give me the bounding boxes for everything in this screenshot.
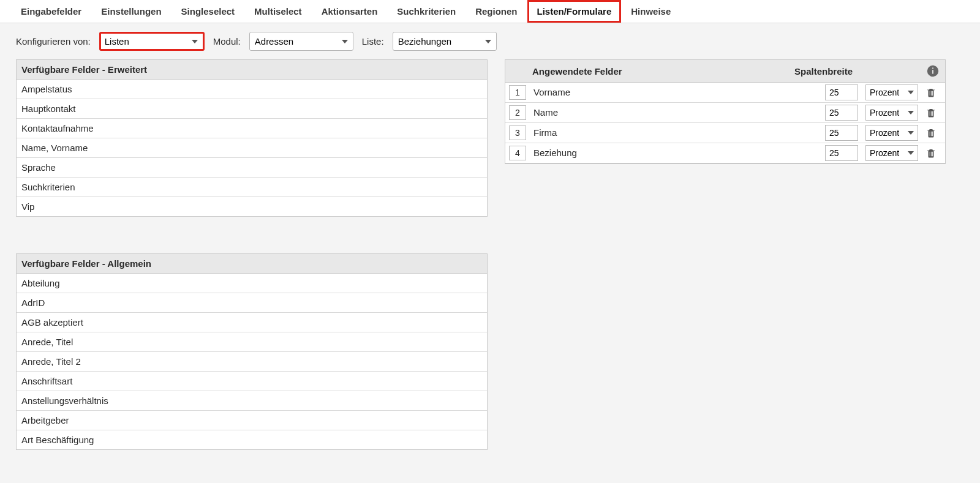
order-box[interactable]: 2 (509, 105, 526, 120)
tab-listenformulare[interactable]: Listen/Formulare (527, 0, 622, 23)
applied-field-name: Beziehung (532, 145, 821, 161)
tab-hinweise[interactable]: Hinweise (621, 0, 680, 23)
panel-allgemein: Verfügbare Felder - Allgemein AbteilungA… (16, 253, 488, 450)
right-column: Angewendete Felder Spaltenbreite 1Vornam… (505, 59, 946, 164)
list-select[interactable]: Beziehungen (393, 32, 497, 51)
applied-field-name: Firma (532, 125, 821, 141)
trash-icon[interactable] (924, 126, 938, 140)
tabs-bar: EingabefelderEinstellungenSingleselectMu… (0, 0, 980, 23)
module-select[interactable]: Adressen (249, 32, 353, 51)
applied-header: Angewendete Felder Spaltenbreite (505, 60, 945, 83)
tab-einstellungen[interactable]: Einstellungen (91, 0, 171, 23)
svg-rect-2 (932, 68, 933, 69)
unit-select[interactable]: Prozent (865, 105, 918, 121)
applied-row: 4BeziehungProzent (505, 143, 945, 163)
tab-regionen[interactable]: Regionen (466, 0, 527, 23)
unit-select[interactable]: Prozent (865, 84, 918, 100)
configure-select[interactable]: Listen (99, 32, 205, 51)
available-field-row[interactable]: Anstellungsverhältnis (17, 391, 487, 411)
applied-header-name: Angewendete Felder (532, 66, 791, 77)
available-field-row[interactable]: Arbeitgeber (17, 411, 487, 430)
configure-label: Konfigurieren von: (16, 36, 91, 47)
order-box[interactable]: 4 (509, 146, 526, 160)
config-bar: Konfigurieren von: Listen Modul: Adresse… (0, 23, 980, 59)
trash-icon[interactable] (924, 146, 938, 160)
available-field-row[interactable]: Vip (17, 197, 487, 216)
panel-allgemein-header: Verfügbare Felder - Allgemein (17, 254, 487, 274)
applied-row: 1VornameProzent (505, 83, 945, 103)
available-field-row[interactable]: Ampelstatus (17, 80, 487, 99)
tab-aktionsarten[interactable]: Aktionsarten (312, 0, 388, 23)
applied-row: 3FirmaProzent (505, 123, 945, 143)
available-field-row[interactable]: Sprache (17, 158, 487, 178)
width-input[interactable] (825, 84, 858, 100)
applied-panel: Angewendete Felder Spaltenbreite 1Vornam… (505, 59, 946, 164)
tab-eingabefelder[interactable]: Eingabefelder (11, 0, 91, 23)
content: Verfügbare Felder - Erweitert Ampelstatu… (0, 59, 980, 462)
applied-field-name: Vorname (532, 84, 821, 100)
list-label: Liste: (362, 36, 384, 47)
width-input[interactable] (825, 125, 858, 141)
module-label: Modul: (213, 36, 241, 47)
panel-erweitert: Verfügbare Felder - Erweitert Ampelstatu… (16, 59, 488, 217)
left-column: Verfügbare Felder - Erweitert Ampelstatu… (16, 59, 488, 450)
available-field-row[interactable]: Anrede, Titel (17, 332, 487, 352)
order-box[interactable]: 3 (509, 125, 526, 140)
unit-select[interactable]: Prozent (865, 145, 918, 161)
trash-icon[interactable] (924, 106, 938, 119)
available-field-row[interactable]: Anrede, Titel 2 (17, 352, 487, 372)
available-field-row[interactable]: Name, Vorname (17, 138, 487, 158)
available-field-row[interactable]: AdrID (17, 293, 487, 313)
available-field-row[interactable]: Anschriftsart (17, 372, 487, 391)
available-field-row[interactable]: Abteilung (17, 274, 487, 293)
applied-row: 2NameProzent (505, 103, 945, 123)
available-field-row[interactable]: AGB akzeptiert (17, 313, 487, 332)
available-field-row[interactable]: Art Beschäftigung (17, 430, 487, 449)
applied-field-name: Name (532, 105, 821, 121)
unit-select[interactable]: Prozent (865, 125, 918, 141)
available-field-row[interactable]: Suchkriterien (17, 178, 487, 197)
info-icon[interactable] (926, 64, 940, 78)
tab-multiselect[interactable]: Multiselect (244, 0, 312, 23)
trash-icon[interactable] (924, 86, 938, 99)
applied-header-width: Spaltenbreite (794, 66, 921, 77)
available-field-row[interactable]: Hauptkontakt (17, 99, 487, 119)
order-box[interactable]: 1 (509, 85, 526, 100)
width-input[interactable] (825, 145, 858, 161)
panel-erweitert-header: Verfügbare Felder - Erweitert (17, 60, 487, 80)
available-field-row[interactable]: Kontaktaufnahme (17, 119, 487, 138)
width-input[interactable] (825, 105, 858, 121)
tab-singleselect[interactable]: Singleselect (172, 0, 245, 23)
tab-suchkriterien[interactable]: Suchkriterien (387, 0, 466, 23)
svg-rect-1 (932, 70, 933, 73)
